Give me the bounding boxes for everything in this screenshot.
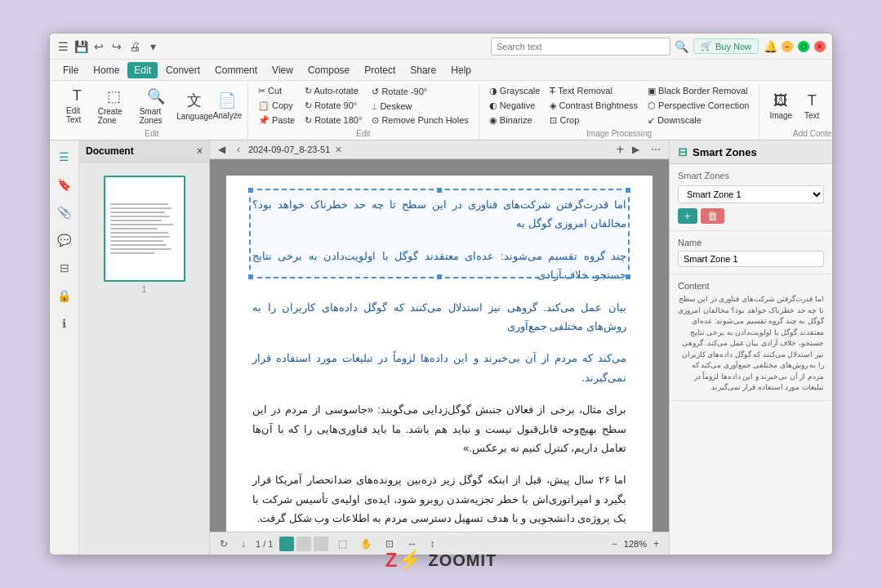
binarize-button[interactable]: ◉ Binarize (486, 114, 544, 127)
smart-zone-select[interactable]: Smart Zone 1 (678, 185, 824, 203)
minimize-button[interactable]: – (782, 41, 793, 52)
left-panel: ☰ 🔖 📎 💬 ⊟ 🔒 ℹ (50, 140, 79, 555)
menu-view[interactable]: View (265, 62, 300, 78)
file-close-btn[interactable]: ✕ (335, 145, 342, 155)
right-panel-header: ⊟ Smart Zones (670, 140, 832, 164)
menu-icon[interactable]: ☰ (56, 40, 69, 53)
add-tab-btn[interactable]: + (617, 142, 624, 157)
menu-edit[interactable]: Edit (127, 62, 158, 78)
image-button[interactable]: 🖼 Image (766, 91, 795, 122)
search-icon[interactable]: 🔍 (675, 40, 688, 53)
menu-comment[interactable]: Comment (208, 62, 264, 78)
menu-convert[interactable]: Convert (159, 62, 207, 78)
page-canvas[interactable]: اما قدرت‌گرفتن شرکت‌های فناوری در این سط… (210, 159, 669, 532)
selection-handle-tr[interactable] (625, 187, 631, 194)
downscale-button[interactable]: ↙ Downscale (644, 114, 752, 127)
zoom-in-btn[interactable]: + (650, 537, 662, 551)
attachment-icon[interactable]: 📎 (55, 203, 74, 222)
security-icon[interactable]: 🔒 (55, 286, 74, 305)
content-label: Content (678, 281, 824, 291)
selection-handle-br[interactable] (625, 274, 631, 280)
menu-compose[interactable]: Compose (301, 62, 356, 78)
perspective-button[interactable]: ⬡ Perspective Correction (644, 99, 752, 113)
comment-icon[interactable]: 💬 (55, 230, 74, 250)
add-zone-button[interactable]: + (678, 208, 697, 224)
analyze-icon: 📄 (218, 91, 236, 109)
crop-button[interactable]: ⊡ Crop (546, 114, 641, 127)
para-4: می‌کند که مردم از آن بی‌خبرند و این داده… (252, 349, 626, 387)
menu-help[interactable]: Help (444, 62, 478, 78)
auto-rotate-button[interactable]: ↻ Auto-rotate (301, 84, 365, 98)
view-single-btn[interactable] (279, 537, 294, 551)
cut-button[interactable]: ✂ Cut (255, 84, 298, 98)
view-mode-group (279, 537, 328, 551)
nav-next-btn[interactable]: ▶ (629, 143, 643, 156)
view-double-btn[interactable] (296, 537, 311, 551)
create-zone-button[interactable]: ⬚ Create Zone (95, 86, 133, 127)
ribbon-group-edit: ✂ Cut 📋 Copy 📌 Paste ↻ Auto-rotate ↻ Rot… (248, 84, 479, 140)
language-button[interactable]: 文 Language (179, 89, 211, 122)
contrast-button[interactable]: ◈ Contrast Brightness (546, 99, 641, 113)
rotate180-button[interactable]: ↻ Rotate 180° (301, 114, 365, 127)
doc-thumbnail[interactable] (104, 176, 185, 282)
bookmark-icon[interactable]: 🔖 (55, 175, 74, 194)
selection-handle-bm[interactable] (436, 274, 443, 280)
close-button[interactable]: ✕ (814, 41, 826, 52)
analyze-button[interactable]: 📄 Analyze (214, 90, 241, 122)
ribbon-tools-items: T Edit Text ⬚ Create Zone 🔍 Smart Zones … (63, 84, 241, 127)
buy-now-button[interactable]: 🛒 Buy Now (693, 38, 759, 54)
smart-zones-button[interactable]: 🔍 Smart Zones (136, 86, 176, 127)
negative-button[interactable]: ◐ Negative (486, 99, 544, 113)
nav-back-btn[interactable]: ‹ (234, 143, 243, 156)
right-panel: ⊟ Smart Zones Smart Zones Smart Zone 1 +… (669, 140, 832, 555)
menu-protect[interactable]: Protect (358, 62, 402, 78)
info-icon[interactable]: ℹ (55, 314, 74, 333)
doc-pages-icon[interactable]: ☰ (55, 147, 74, 167)
rotate90-button[interactable]: ↻ Rotate 90° (301, 99, 365, 113)
text-removal-button[interactable]: T̶ Text Removal (546, 84, 641, 98)
rotate-neg90-button[interactable]: ↺ Rotate -90° (368, 85, 471, 99)
content-section: Content اما قدرت‌گرفتن شرکت‌های فناوری د… (670, 274, 832, 401)
name-input[interactable] (678, 251, 824, 267)
content-area: ◀ ‹ 2024-09-07_8-23-51 ✕ + ▶ ⋯ (210, 140, 669, 555)
scroll-down-btn[interactable]: ↓ (238, 537, 249, 551)
search-input[interactable] (491, 38, 670, 56)
save-icon[interactable]: 💾 (74, 40, 87, 53)
ribbon-group-image: ◑ Grayscale ◐ Negative ◉ Binarize T̶ Tex… (479, 84, 760, 140)
selection-tool-btn[interactable]: ⬚ (335, 537, 350, 551)
maximize-button[interactable]: □ (798, 41, 809, 52)
notification-icon[interactable]: 🔔 (764, 40, 777, 53)
more-icon[interactable]: ▾ (146, 40, 159, 53)
grayscale-button[interactable]: ◑ Grayscale (486, 84, 544, 98)
zones-icon[interactable]: ⊟ (55, 258, 74, 278)
paste-button[interactable]: 📌 Paste (255, 114, 298, 127)
menu-file[interactable]: File (56, 62, 85, 78)
zoom-out-btn[interactable]: − (608, 537, 621, 551)
redo-icon[interactable]: ↪ (110, 40, 123, 53)
selection-handle-tl[interactable] (247, 187, 254, 194)
view-grid-btn[interactable] (314, 537, 328, 551)
thumbnail-lines (105, 198, 184, 259)
delete-zone-button[interactable]: 🗑 (701, 208, 724, 224)
nav-prev-btn[interactable]: ◀ (215, 143, 229, 156)
selection-handle-bl[interactable] (247, 274, 254, 280)
copy-button[interactable]: 📋 Copy (255, 99, 298, 113)
menu-share[interactable]: Share (403, 62, 443, 78)
print-icon[interactable]: 🖨 (128, 40, 141, 53)
menu-home[interactable]: Home (87, 62, 126, 78)
text-icon: T (808, 92, 817, 109)
nav-more-btn[interactable]: ⋯ (648, 143, 664, 156)
remove-punch-button[interactable]: ⊙ Remove Punch Holes (368, 114, 471, 127)
doc-panel-close[interactable]: × (197, 145, 203, 157)
zoom-value: 128% (624, 539, 647, 549)
undo-icon[interactable]: ↩ (92, 40, 105, 53)
barcode-button[interactable]: ||| Barcode (828, 91, 833, 122)
deskew-button[interactable]: ⟂ Deskew (368, 100, 471, 113)
text-button[interactable]: T Text (799, 91, 825, 122)
rotate-doc-btn[interactable]: ↻ (216, 537, 231, 551)
hand-tool-btn[interactable]: ✋ (357, 537, 376, 551)
edit-text-button[interactable]: T Edit Text (63, 86, 91, 126)
zoomit-z-icon: Z⚡ (385, 549, 424, 572)
selection-handle-tm[interactable] (436, 187, 443, 194)
black-border-button[interactable]: ▣ Black Border Removal (644, 84, 752, 98)
